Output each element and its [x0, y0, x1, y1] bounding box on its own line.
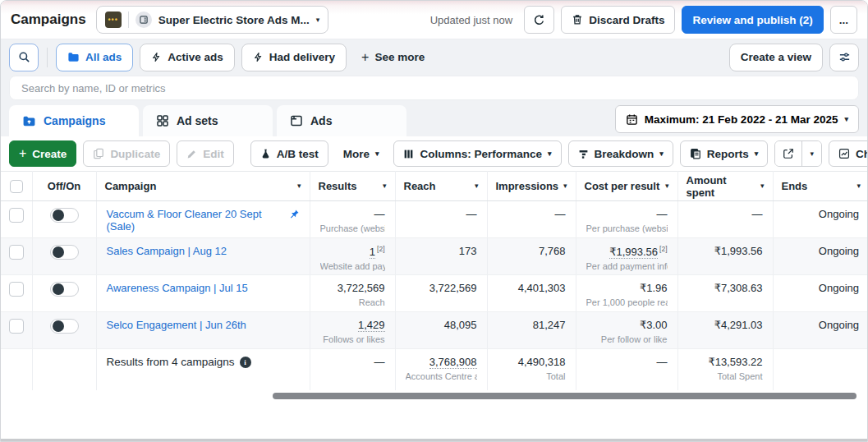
chevron-down-icon: ▾: [755, 150, 759, 158]
sort-caret-icon: ▾: [383, 182, 387, 190]
cost-value[interactable]: ₹1,993.56: [609, 246, 658, 259]
export-icon: [783, 148, 794, 159]
select-all-header[interactable]: [1, 172, 32, 201]
summary-results: —: [310, 349, 395, 390]
spent-value: ₹1,993.56: [677, 238, 773, 275]
campaign-link[interactable]: Sales Campaign | Aug 12: [107, 245, 227, 257]
pin-icon[interactable]: [288, 209, 300, 220]
table-row: Selco Engagement | Jun 26th 1,429Follows…: [1, 312, 868, 349]
duplicate-button[interactable]: Duplicate: [83, 140, 170, 167]
campaign-toggle[interactable]: [50, 319, 79, 334]
discard-drafts-button[interactable]: Discard Drafts: [561, 6, 675, 34]
table-summary-row: Results from 4 campaigns i — 3,768,908Ac…: [1, 349, 868, 390]
date-range-button[interactable]: Maximum: 21 Feb 2022 - 21 Mar 2025 ▾: [615, 105, 859, 133]
table-row: Vaccum & Floor Cleaner 20 Sept (Sale) —P…: [1, 201, 868, 238]
reports-icon: [690, 148, 701, 159]
row-checkbox[interactable]: [9, 282, 24, 297]
header-actions: Updated just now Discard Drafts Review a…: [430, 6, 857, 34]
pencil-icon: [186, 149, 197, 159]
filter-chip-active-ads[interactable]: Active ads: [140, 44, 235, 71]
export-button[interactable]: [775, 141, 801, 166]
info-icon[interactable]: i: [240, 357, 251, 368]
column-header-ends[interactable]: Ends▾: [773, 172, 868, 201]
search-filter-button[interactable]: [9, 44, 39, 71]
business-portfolio-icon: •••: [105, 12, 122, 28]
folder-icon: [67, 51, 80, 63]
ab-test-button[interactable]: A/B test: [250, 140, 328, 167]
ends-value: Ongoing: [773, 275, 868, 312]
campaign-link[interactable]: Awareness Campaign | Jul 15: [107, 282, 248, 294]
reach-value: 173: [395, 238, 487, 275]
divider: [47, 48, 48, 67]
charts-button[interactable]: Charts: [829, 140, 868, 167]
flask-icon: [260, 148, 271, 159]
row-checkbox[interactable]: [9, 208, 24, 223]
toggle-knob: [53, 283, 64, 295]
tab-ads[interactable]: Ads: [277, 105, 406, 136]
scrollbar-thumb[interactable]: [273, 393, 857, 399]
campaign-toggle[interactable]: [50, 208, 79, 223]
summary-spent-sub: Total Spent: [688, 371, 763, 381]
sort-caret-icon: ▾: [297, 182, 301, 190]
summary-reach[interactable]: 3,768,908: [429, 356, 477, 369]
edit-button[interactable]: Edit: [177, 140, 234, 167]
export-options-button[interactable]: ▾: [801, 141, 821, 166]
create-view-button[interactable]: Create a view: [729, 44, 823, 71]
table-row: Sales Campaign | Aug 12 1[2]Website add …: [1, 238, 868, 275]
ads-manager-window: Campaigns ••• Super Electric Store Ads M…: [0, 0, 868, 442]
tab-campaigns[interactable]: Campaigns: [9, 105, 139, 136]
column-header-amount-spent[interactable]: Amount spent▾: [677, 172, 773, 201]
campaign-toggle[interactable]: [50, 282, 79, 297]
results-value[interactable]: 1: [370, 246, 375, 259]
columns-button[interactable]: Columns: Performance ▾: [393, 140, 561, 167]
filter-settings-button[interactable]: [829, 44, 859, 71]
more-menu-button[interactable]: More ▾: [335, 140, 388, 167]
page-title: Campaigns: [11, 12, 86, 28]
cost-sub-label: Per follow or like: [586, 334, 668, 344]
row-checkbox[interactable]: [9, 319, 24, 334]
results-footnote: [2]: [377, 245, 384, 253]
column-header-reach[interactable]: Reach▾: [395, 172, 487, 201]
breakdown-icon: [578, 149, 589, 159]
results-value[interactable]: 1,429: [358, 319, 385, 332]
create-button[interactable]: + Create: [9, 140, 76, 167]
campaign-link[interactable]: Vaccum & Floor Cleaner 20 Sept (Sale): [107, 208, 262, 233]
trash-icon: [572, 14, 583, 25]
row-checkbox[interactable]: [9, 245, 24, 260]
filter-bar: All ads Active ads Had delivery + See mo…: [1, 39, 867, 75]
duplicate-icon: [93, 148, 104, 159]
chevron-down-icon: ▾: [375, 150, 379, 158]
reach-value: 48,095: [395, 312, 487, 349]
breakdown-button[interactable]: Breakdown ▾: [568, 140, 673, 167]
filter-chip-all-ads[interactable]: All ads: [56, 44, 133, 71]
search-input[interactable]: [9, 76, 859, 100]
cost-sub-label: Per 1,000 people reach...: [586, 297, 668, 307]
results-sub-label: Follows or likes: [320, 334, 385, 344]
cost-footnote: [2]: [659, 245, 667, 253]
tab-ad-sets[interactable]: Ad sets: [143, 105, 273, 136]
spent-value: —: [677, 201, 773, 238]
reports-button[interactable]: Reports ▾: [680, 140, 769, 167]
cost-sub-label: Per add payment info: [586, 261, 668, 271]
campaign-toggle[interactable]: [50, 245, 79, 260]
toolbar-right: Columns: Performance ▾ Breakdown ▾ Repor…: [393, 140, 868, 167]
account-selector[interactable]: ••• Super Electric Store Ads M... ▾: [96, 6, 329, 34]
more-options-button[interactable]: ...: [830, 6, 857, 34]
impressions-value: —: [487, 201, 576, 238]
filter-chip-had-delivery[interactable]: Had delivery: [241, 44, 347, 71]
ads-frame-icon: [290, 114, 303, 127]
column-header-impressions[interactable]: Impressions▾: [487, 172, 576, 201]
impressions-value: 81,247: [487, 312, 576, 349]
select-all-checkbox[interactable]: [10, 180, 23, 193]
see-more-filters-button[interactable]: + See more: [353, 50, 433, 65]
campaign-link[interactable]: Selco Engagement | Jun 26th: [107, 319, 246, 331]
sliders-icon: [838, 51, 851, 63]
column-header-results[interactable]: Results▾: [310, 172, 395, 201]
chart-icon: [838, 148, 850, 159]
refresh-button[interactable]: [524, 6, 554, 34]
column-header-campaign[interactable]: Campaign▾: [96, 172, 310, 201]
column-header-cost-per-result[interactable]: Cost per result▾: [576, 172, 677, 201]
results-sub-label: Reach: [320, 297, 385, 307]
review-publish-button[interactable]: Review and publish (2): [682, 6, 823, 34]
refresh-icon: [533, 14, 545, 26]
